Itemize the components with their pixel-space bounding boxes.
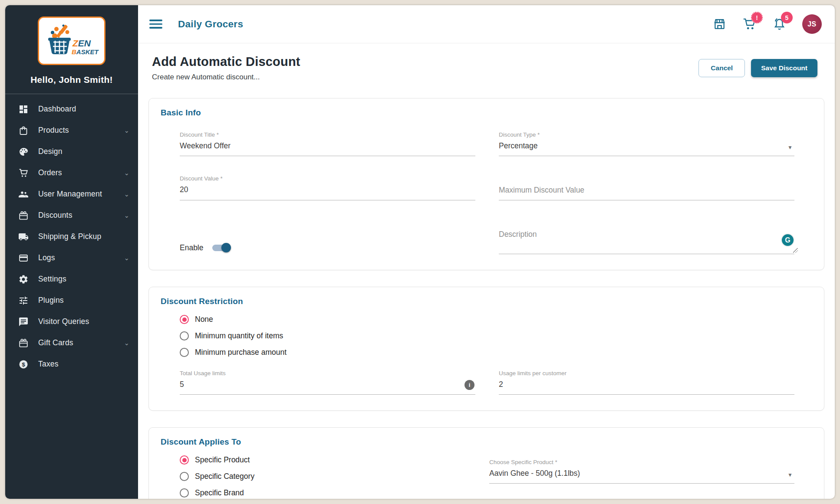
- chevron-down-icon: ⌄: [124, 190, 129, 198]
- cancel-button[interactable]: Cancel: [698, 59, 745, 77]
- basic-info-card: Basic Info Discount Title * Weekend Offe…: [148, 98, 824, 270]
- sidebar-item-discounts[interactable]: Discounts ⌄: [5, 205, 138, 226]
- chevron-down-icon: ⌄: [124, 169, 129, 177]
- zenbasket-logo-graphic: ZEN BASKET: [43, 21, 100, 60]
- discount-type-value: Percentage: [499, 141, 538, 151]
- choose-specific-product-select[interactable]: Choose Specific Product * Aavin Ghee - 5…: [489, 459, 794, 484]
- sidebar-item-taxes[interactable]: $ Taxes: [5, 353, 138, 375]
- discount-title-value: Weekend Offer: [180, 141, 231, 151]
- discount-restriction-card: Discount Restriction None Minimum quanti…: [148, 287, 824, 411]
- dropdown-caret-icon: ▼: [787, 144, 794, 151]
- max-discount-field[interactable]: Maximum Discount Value: [499, 175, 794, 200]
- topbar-icons: ! 5 JS: [712, 14, 822, 34]
- gift-icon: [18, 210, 29, 221]
- svg-text:ZEN: ZEN: [72, 38, 91, 48]
- user-greeting: Hello, John Smith!: [5, 75, 138, 85]
- discount-applies-card: Discount Applies To Specific Product Spe…: [148, 427, 824, 499]
- radio-unselected-icon: [180, 331, 189, 340]
- page-content: Add Automatic Discount Create new Automa…: [138, 43, 835, 499]
- sidebar-item-gift-cards[interactable]: Gift Cards ⌄: [5, 332, 138, 353]
- storefront-icon[interactable]: [712, 17, 727, 31]
- max-discount-placeholder: Maximum Discount Value: [499, 186, 584, 195]
- chevron-down-icon: ⌄: [124, 339, 129, 347]
- chevron-down-icon: ⌄: [124, 254, 129, 262]
- logs-card-icon: [18, 253, 29, 263]
- info-icon[interactable]: i: [464, 380, 474, 390]
- hamburger-menu-icon[interactable]: [149, 17, 162, 31]
- radio-unselected-icon: [180, 348, 189, 357]
- sidebar-item-visitor-queries[interactable]: Visitor Queries: [5, 311, 138, 332]
- cart-icon: [18, 168, 29, 178]
- main-area: Daily Grocers ! 5 JS Add Automati: [138, 5, 835, 499]
- page-header: Add Automatic Discount Create new Automa…: [148, 55, 824, 82]
- chevron-down-icon: ⌄: [124, 127, 129, 134]
- basic-info-heading: Basic Info: [161, 108, 794, 118]
- save-discount-button[interactable]: Save Discount: [751, 59, 817, 77]
- sidebar: ZEN BASKET Hello, John Smith! Dashboard …: [5, 5, 138, 499]
- total-usage-value: 5: [180, 380, 184, 389]
- sidebar-item-products[interactable]: Products ⌄: [5, 120, 138, 141]
- sidebar-item-logs[interactable]: Logs ⌄: [5, 247, 138, 268]
- enable-label: Enable: [180, 243, 204, 252]
- description-field[interactable]: Description G: [499, 219, 794, 254]
- dollar-icon: $: [18, 359, 29, 370]
- radio-specific-brand[interactable]: Specific Brand: [180, 488, 466, 497]
- zenbasket-logo: ZEN BASKET: [38, 16, 105, 65]
- radio-none[interactable]: None: [180, 315, 794, 324]
- discount-title-field[interactable]: Discount Title * Weekend Offer: [180, 131, 475, 156]
- discount-applies-heading: Discount Applies To: [161, 437, 794, 447]
- sidebar-item-user-management[interactable]: User Management ⌄: [5, 183, 138, 205]
- grammarly-icon[interactable]: G: [781, 233, 794, 247]
- palette-icon: [18, 147, 29, 157]
- radio-selected-icon: [180, 315, 189, 324]
- sidebar-item-design[interactable]: Design: [5, 141, 138, 162]
- discount-value-value: 20: [180, 185, 188, 194]
- header-actions: Cancel Save Discount: [698, 59, 817, 77]
- sidebar-item-shipping-pickup[interactable]: Shipping & Pickup: [5, 226, 138, 247]
- applies-radio-group: Specific Product Specific Category Speci…: [180, 455, 466, 497]
- chevron-down-icon: ⌄: [124, 212, 129, 219]
- radio-specific-product[interactable]: Specific Product: [180, 455, 466, 465]
- radio-selected-icon: [180, 455, 189, 465]
- sidebar-nav: Dashboard Products ⌄ Design Orders ⌄ Use…: [5, 94, 138, 379]
- notification-count-badge: 5: [781, 12, 793, 23]
- page-title: Add Automatic Discount: [152, 55, 300, 69]
- description-placeholder: Description: [499, 230, 537, 239]
- sidebar-item-plugins[interactable]: Plugins: [5, 290, 138, 311]
- toggle-knob: [221, 243, 231, 252]
- topbar: Daily Grocers ! 5 JS: [138, 5, 835, 43]
- resize-handle-icon[interactable]: [793, 248, 798, 253]
- enable-toggle[interactable]: [212, 245, 230, 251]
- app-window: ZEN BASKET Hello, John Smith! Dashboard …: [5, 5, 835, 499]
- radio-specific-category[interactable]: Specific Category: [180, 472, 466, 481]
- discount-value-field[interactable]: Discount Value * 20: [180, 175, 475, 200]
- people-icon: [18, 189, 29, 200]
- tune-icon: [18, 295, 29, 306]
- svg-text:BASKET: BASKET: [72, 48, 99, 56]
- notifications-button[interactable]: 5: [772, 17, 787, 31]
- discount-type-select[interactable]: Discount Type * Percentage▼: [499, 131, 794, 156]
- radio-unselected-icon: [180, 488, 189, 497]
- logo-container[interactable]: ZEN BASKET: [5, 16, 138, 65]
- usage-per-customer-value: 2: [499, 380, 503, 389]
- radio-min-quantity[interactable]: Minimum quantity of items: [180, 331, 794, 340]
- chat-icon: [18, 317, 29, 327]
- sidebar-item-dashboard[interactable]: Dashboard: [5, 98, 138, 120]
- radio-min-purchase[interactable]: Minimum purchase amount: [180, 348, 794, 357]
- sidebar-item-settings[interactable]: Settings: [5, 268, 138, 290]
- enable-row: Enable: [180, 241, 475, 254]
- truck-icon: [18, 232, 29, 242]
- shopping-bag-icon: [18, 125, 29, 136]
- store-title: Daily Grocers: [178, 19, 243, 30]
- svg-text:$: $: [22, 361, 25, 367]
- cart-button[interactable]: !: [742, 17, 757, 31]
- usage-per-customer-field[interactable]: Usage limits per customer 2: [499, 370, 794, 395]
- sidebar-item-orders[interactable]: Orders ⌄: [5, 162, 138, 183]
- gear-icon: [18, 274, 29, 285]
- dashboard-icon: [18, 104, 29, 115]
- radio-unselected-icon: [180, 472, 189, 481]
- avatar[interactable]: JS: [802, 14, 822, 34]
- total-usage-limits-field[interactable]: Total Usage limits 5 i: [180, 370, 475, 395]
- restriction-radio-group: None Minimum quantity of items Minimum p…: [180, 315, 794, 357]
- specific-product-value: Aavin Ghee - 500g (1.1lbs): [489, 469, 580, 478]
